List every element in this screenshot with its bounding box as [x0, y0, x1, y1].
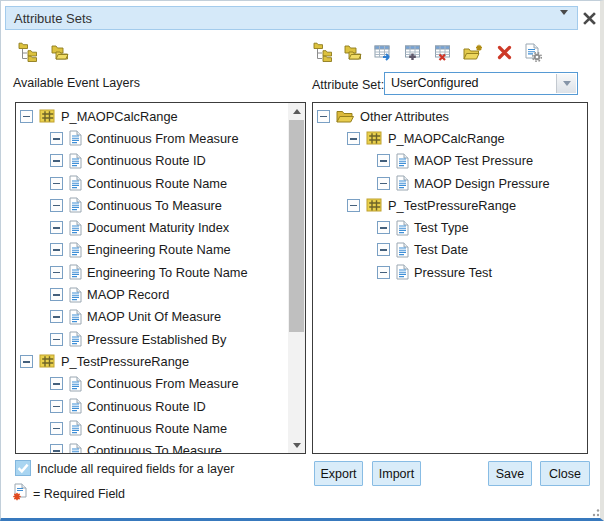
collapse-toggle-icon[interactable]	[50, 266, 63, 279]
tree-item[interactable]: Pressure Established By	[16, 328, 288, 350]
tree-item[interactable]: P_MAOPCalcRange	[16, 105, 288, 127]
field-icon	[69, 220, 82, 236]
collapse-toggle-icon[interactable]	[377, 243, 390, 256]
collapse-toggle-icon[interactable]	[377, 266, 390, 279]
collapse-toggle-icon[interactable]	[50, 333, 63, 346]
tree-item[interactable]: Continuous Route Name	[16, 417, 288, 439]
arrow-up-icon	[293, 109, 301, 114]
tree-item[interactable]: Continuous To Measure	[16, 194, 288, 216]
table-add-button[interactable]	[402, 41, 424, 63]
export-button[interactable]: Export	[314, 461, 363, 486]
scroll-up-button[interactable]	[288, 103, 305, 119]
tree-item[interactable]: Other Attributes	[313, 105, 587, 127]
tree-item[interactable]: P_MAOPCalcRange	[313, 127, 587, 149]
collapse-folders-button[interactable]	[49, 41, 71, 63]
required-field-legend: = Required Field	[33, 487, 125, 501]
table-export-button[interactable]	[372, 41, 394, 63]
delete-x-button[interactable]	[493, 41, 515, 63]
include-required-checkbox[interactable]	[15, 460, 31, 476]
tree-item[interactable]: Continuous Route ID	[16, 395, 288, 417]
collapse-folders-button[interactable]	[342, 41, 364, 63]
tree-item[interactable]: Continuous Route ID	[16, 150, 288, 172]
vertical-scrollbar[interactable]	[288, 103, 305, 453]
tree-item[interactable]: Continuous To Measure	[16, 439, 288, 453]
doc-gear-button[interactable]	[522, 41, 544, 63]
collapse-folders-icon	[343, 44, 363, 61]
required-field-icon	[12, 483, 28, 505]
field-icon	[69, 309, 82, 325]
combobox-dropdown-button[interactable]	[556, 74, 576, 93]
collapse-toggle-icon[interactable]	[377, 154, 390, 167]
tree-item-label: Continuous Route Name	[87, 421, 227, 436]
import-button[interactable]: Import	[372, 461, 421, 486]
collapse-toggle-icon[interactable]	[50, 243, 63, 256]
collapse-toggle-icon[interactable]	[377, 221, 390, 234]
event-layer-icon	[366, 197, 383, 213]
event-layer-icon	[39, 353, 56, 369]
field-icon	[69, 153, 82, 169]
collapse-toggle-icon[interactable]	[50, 422, 63, 435]
scroll-down-button[interactable]	[288, 437, 305, 453]
tree-item[interactable]: Continuous From Measure	[16, 373, 288, 395]
tree-item[interactable]: MAOP Unit Of Measure	[16, 306, 288, 328]
dialog-titlebar[interactable]: Attribute Sets	[5, 6, 578, 30]
field-icon	[69, 398, 82, 414]
dialog-title: Attribute Sets	[6, 11, 92, 26]
tree-item-label: Document Maturity Index	[87, 220, 229, 235]
tree-item-label: Engineering Route Name	[87, 242, 231, 257]
field-icon	[69, 130, 82, 146]
tree-item[interactable]: Test Date	[313, 239, 587, 261]
titlebar-menu-button[interactable]	[560, 15, 570, 23]
collapse-toggle-icon[interactable]	[50, 221, 63, 234]
collapse-toggle-icon[interactable]	[50, 310, 63, 323]
tree-item[interactable]: MAOP Test Pressure	[313, 150, 587, 172]
attribute-set-combobox[interactable]: UserConfigured	[384, 72, 578, 95]
collapse-toggle-icon[interactable]	[347, 199, 360, 212]
expand-tree-button[interactable]	[17, 41, 39, 63]
available-event-layers-panel: P_MAOPCalcRange Continuous From Measure …	[15, 102, 306, 454]
table-add-icon	[404, 44, 423, 61]
collapse-toggle-icon[interactable]	[50, 177, 63, 190]
tree-item[interactable]: Engineering To Route Name	[16, 261, 288, 283]
collapse-toggle-icon[interactable]	[50, 444, 63, 453]
tree-item[interactable]: Document Maturity Index	[16, 216, 288, 238]
collapse-toggle-icon[interactable]	[347, 132, 360, 145]
attribute-sets-dialog: Attribute Sets	[0, 0, 604, 521]
collapse-toggle-icon[interactable]	[317, 110, 330, 123]
field-icon	[69, 331, 82, 347]
expand-tree-button[interactable]	[312, 41, 334, 63]
resize-grip[interactable]	[591, 503, 604, 518]
collapse-toggle-icon[interactable]	[50, 288, 63, 301]
tree-item-label: Continuous To Measure	[87, 443, 222, 453]
tree-item-label: Continuous To Measure	[87, 198, 222, 213]
tree-item-label: P_TestPressureRange	[388, 198, 516, 213]
collapse-toggle-icon[interactable]	[377, 177, 390, 190]
tree-item[interactable]: Test Type	[313, 216, 587, 238]
tree-item[interactable]: MAOP Record	[16, 283, 288, 305]
folder-new-button[interactable]	[462, 41, 484, 63]
collapse-toggle-icon[interactable]	[50, 154, 63, 167]
tree-item[interactable]: Continuous From Measure	[16, 127, 288, 149]
tree-item[interactable]: Engineering Route Name	[16, 239, 288, 261]
tree-item[interactable]: P_TestPressureRange	[16, 350, 288, 372]
tree-item-label: Test Type	[414, 220, 469, 235]
chevron-down-icon	[560, 10, 568, 32]
tree-item[interactable]: P_TestPressureRange	[313, 194, 587, 216]
collapse-toggle-icon[interactable]	[20, 110, 33, 123]
tree-item[interactable]: MAOP Design Pressure	[313, 172, 587, 194]
collapse-toggle-icon[interactable]	[50, 400, 63, 413]
tree-item[interactable]: Continuous Route Name	[16, 172, 288, 194]
collapse-toggle-icon[interactable]	[50, 132, 63, 145]
close-dialog-button[interactable]: Close	[540, 461, 590, 486]
table-delete-button[interactable]	[432, 41, 454, 63]
scrollbar-thumb[interactable]	[289, 120, 304, 332]
tree-item[interactable]: Pressure Test	[313, 261, 587, 283]
close-button[interactable]	[582, 11, 597, 26]
save-button[interactable]: Save	[488, 461, 532, 486]
table-export-icon	[374, 44, 393, 61]
doc-gear-icon	[525, 43, 542, 62]
collapse-toggle-icon[interactable]	[50, 377, 63, 390]
collapse-toggle-icon[interactable]	[50, 199, 63, 212]
tree-item-label: P_MAOPCalcRange	[61, 109, 178, 124]
collapse-toggle-icon[interactable]	[20, 355, 33, 368]
